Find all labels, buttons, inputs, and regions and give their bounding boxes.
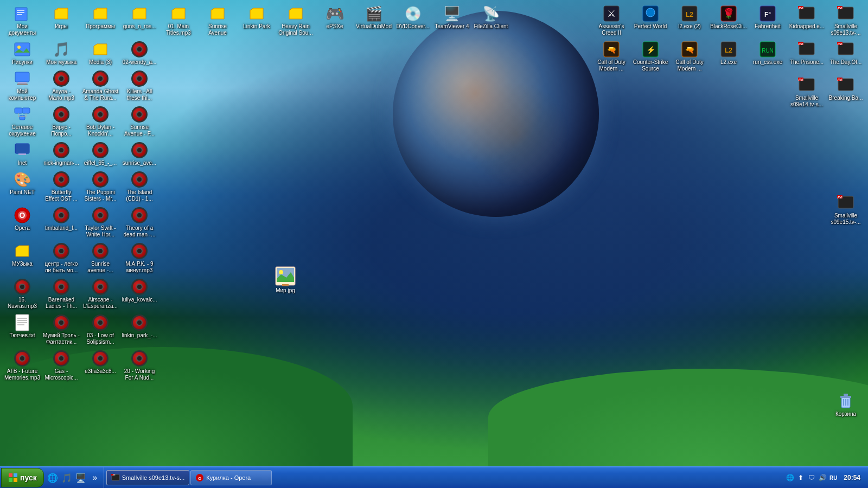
opera-icon[interactable]: O Opera [3, 204, 42, 240]
desktop-row-8: МУЗыка центр - легколи быть мо... Sunris… [3, 240, 510, 276]
desktop-quicklaunch[interactable]: 🖥️ [74, 471, 87, 484]
sunrise-avenue2-icon[interactable]: Sunriseavenue -... [81, 240, 120, 276]
counter-strike-icon[interactable]: ⚡ Counter-StrikeSource [631, 38, 670, 74]
eiffel65-icon[interactable]: eiffel_65_-_... [81, 139, 120, 169]
nick-ingman-icon[interactable]: nick-ingman-... [42, 139, 81, 169]
svg-point-5 [17, 46, 21, 49]
blackrose-icon[interactable]: 🌹 BlackRoseCli... [709, 3, 748, 38]
tray-update-icon[interactable]: ⬆ [796, 473, 806, 483]
run-css-icon[interactable]: RUN run_css.exe [748, 38, 787, 74]
games-icon[interactable]: Игры [42, 3, 81, 38]
taylor-swift-icon[interactable]: Taylor Swift -White Hor... [81, 204, 120, 240]
svg-rect-9 [15, 108, 22, 113]
puppini-sisters-icon[interactable]: The PuppiniSisters - Mr... [81, 169, 120, 204]
muzyka-folder[interactable]: МУЗыка [3, 240, 42, 276]
cod-modern-icon[interactable]: 🔫 Call of DutyModern ... [592, 38, 631, 74]
amanda-ghost-icon[interactable]: Amanda Ghost& The Rura... [81, 68, 120, 104]
svg-rect-7 [18, 82, 27, 84]
svg-text:🔫: 🔫 [607, 46, 617, 55]
guns-n-roses-folder[interactable]: guns_n_ros... [120, 3, 159, 38]
smallville-s09e13-icon[interactable]: AVI Smallvilles09e13.tv-... [826, 3, 865, 38]
03-low-icon[interactable]: 03 - Low ofSolipsism... [81, 312, 120, 348]
smallville-s09e15-icon[interactable]: AVI Smallvilles09e15.tv-... [826, 192, 865, 228]
filezilla-icon[interactable]: 📡 FileZilla Client [471, 3, 510, 38]
mark9-icon[interactable]: М.А.Р.К. - 9минут.mp3 [120, 240, 159, 276]
inet-icon[interactable]: Inet [3, 139, 42, 169]
the-day-of-icon[interactable]: AVI The.Day.Of... [826, 38, 865, 74]
recycle-bin-icon[interactable]: Корзина [826, 390, 865, 420]
my-music-icon[interactable]: 🎵 Моя музыка [42, 38, 81, 68]
media-quicklaunch[interactable]: 🎵 [60, 471, 73, 484]
svg-text:⚔: ⚔ [607, 8, 616, 19]
tyutchev-icon[interactable]: Тютчев.txt [3, 312, 42, 348]
sunrise-ave-icon[interactable]: sunrise_ave... [120, 139, 159, 169]
gas-icon[interactable]: Gas -Microscopic... [42, 348, 81, 383]
opera-task[interactable]: O Курилка - Opera [190, 470, 272, 485]
network-icon[interactable]: Сетевоеокружение [3, 104, 42, 139]
cod-modern2-icon[interactable]: 🔫 Call of DutyModern ... [670, 38, 709, 74]
iuliya-icon[interactable]: iuliya_kovalc... [120, 276, 159, 312]
navras-icon[interactable]: 16.Navras.mp3 [3, 276, 42, 312]
epsxe-icon[interactable]: 🎮 ePSXe [315, 3, 354, 38]
my-pictures-icon[interactable]: Рисунки [3, 38, 42, 68]
my-computer-icon[interactable]: Мойкомпьютер [3, 68, 42, 104]
more-quicklaunch[interactable]: » [88, 471, 101, 484]
02-wendy-icon[interactable]: 02-wendy_a... [120, 38, 159, 68]
bob-dylan-icon[interactable]: Bob Dylan -Knockin'... [81, 104, 120, 139]
svg-rect-8 [17, 84, 28, 85]
timbaland-icon[interactable]: timbaland_f... [42, 204, 81, 240]
programs-icon[interactable]: Программы [81, 3, 120, 38]
start-button[interactable]: пуск [1, 468, 44, 487]
prisoner-icon[interactable]: AVI The.Prisone... [787, 38, 826, 74]
virtualdubmod-icon[interactable]: 🎬 VirtualDubMod [354, 3, 393, 38]
n20-working-icon[interactable]: 20 - WorkingFor A Nud... [120, 348, 159, 383]
island-cd1-icon[interactable]: The Island(CD1) - 1... [120, 169, 159, 204]
assassins-creed-icon[interactable]: ⚔ Assassin'sCreed II [592, 3, 631, 38]
my-documents-icon[interactable]: Мои документы [3, 3, 42, 38]
heavy-rain-folder[interactable]: Heavy RainOriginal Sou... [276, 3, 315, 38]
e3ffa-icon[interactable]: e3ffa3a3c8... [81, 348, 120, 383]
ie-quicklaunch[interactable]: 🌐 [46, 471, 59, 484]
l2exe2-icon[interactable]: L2 l2.exe (2) [670, 3, 709, 38]
dvdconv-icon[interactable]: 💿 DVDConver... [393, 3, 432, 38]
atb-icon[interactable]: ATB - FutureMemories.mp3 [3, 348, 42, 383]
paint-net-icon[interactable]: 🎨 Paint.NET [3, 169, 42, 204]
theory-dead-man-icon[interactable]: Theory of adead man -... [120, 204, 159, 240]
killers-icon[interactable]: Killers - Allthese thi... [120, 68, 159, 104]
linkin-park-folder[interactable]: Linkin Park [237, 3, 276, 38]
teamviewer-icon[interactable]: 🖥️ TeamViewer 4 [432, 3, 471, 38]
sunrise-f-icon[interactable]: SunriseAvenue - F... [120, 104, 159, 139]
virus-icon[interactable]: Вирус -Попро... [42, 104, 81, 139]
smallville-task[interactable]: AVI Smallville s09e13.tv-s... [106, 470, 190, 485]
svg-rect-17 [18, 153, 26, 155]
centr-icon[interactable]: центр - легколи быть мо... [42, 240, 81, 276]
windows-logo-icon [8, 473, 18, 483]
akula-icon[interactable]: Акула -Мало.mp3 [42, 68, 81, 104]
fahrenheit-icon[interactable]: F° Fahrenheit [748, 3, 787, 38]
main-titles-folder[interactable]: 01. MainTitles.mp3 [159, 3, 198, 38]
smallville-s09e14-icon[interactable]: AVI Smallvilles09e14.tv-s... [787, 74, 826, 113]
sunrise-avenue-folder[interactable]: SunriseAvenue [198, 3, 237, 38]
svg-text:O: O [20, 211, 25, 220]
mumiy-troll-icon[interactable]: Мумий Троль -Фантастик... [42, 312, 81, 348]
kidnapped-icon[interactable]: AVI Kidnapped.e... [787, 3, 826, 38]
taskbar-tasks-area: AVI Smallville s09e13.tv-s... O Курилка … [104, 470, 782, 485]
breaking-bad-icon[interactable]: AVI Breaking.Ba... [826, 74, 865, 113]
desktop-row-5: Inet nick-ingman-... eiffel_65_-_... sun… [3, 139, 510, 169]
media3-icon[interactable]: Media (3) [81, 38, 120, 68]
tray-volume-icon[interactable]: 🔊 [818, 473, 827, 483]
airscape-icon[interactable]: Airscape -L'Esperanza... [81, 276, 120, 312]
perfect-world-icon[interactable]: Perfect World [631, 3, 670, 38]
tray-network-icon[interactable]: 🌐 [785, 473, 795, 483]
desktop-row-4: Сетевоеокружение Вирус -Попро... Bob Dyl… [3, 104, 510, 139]
svg-rect-10 [22, 108, 30, 113]
butterfly-effect-icon[interactable]: ButterflyEffect OST ... [42, 169, 81, 204]
barenaked-icon[interactable]: BarenakedLadies - Th... [42, 276, 81, 312]
tray-antivirus-icon[interactable]: 🛡 [807, 473, 816, 483]
svg-rect-81 [14, 478, 17, 482]
svg-rect-3 [17, 14, 22, 15]
tray-lang-icon[interactable]: RU [828, 473, 838, 483]
l2exe-icon[interactable]: L2 L2.exe [709, 38, 748, 74]
mir-jpg-icon[interactable]: JPG Мир.jpg [266, 266, 305, 293]
linkin-park2-icon[interactable]: linkin_park_-... [120, 312, 159, 348]
